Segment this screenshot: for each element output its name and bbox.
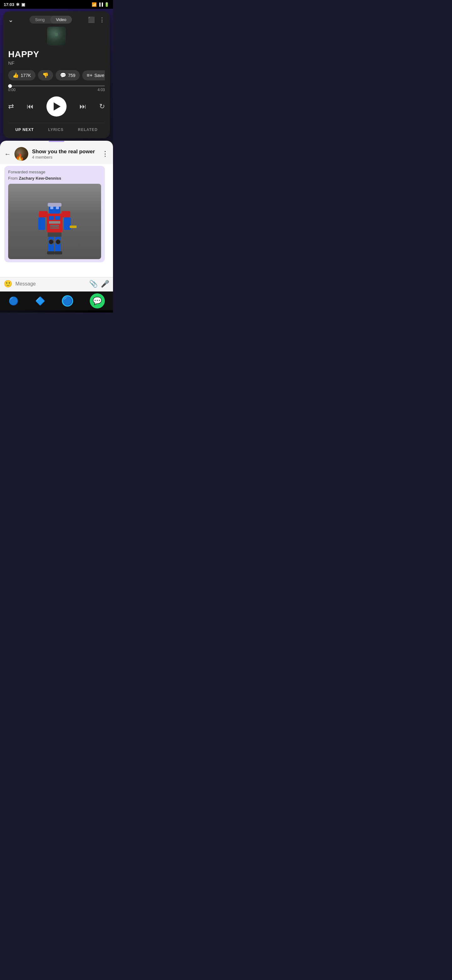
comments-button[interactable]: 💬 759 xyxy=(56,70,80,80)
screenshot-icon: ▣ xyxy=(21,2,25,7)
comment-count: 759 xyxy=(68,73,75,78)
more-options-icon[interactable]: ⋮ xyxy=(99,16,105,23)
song-artist: NF xyxy=(8,60,105,66)
svg-rect-8 xyxy=(39,211,48,217)
from-label: From xyxy=(8,176,17,181)
svg-rect-10 xyxy=(38,217,45,230)
member-count: 4 members xyxy=(32,155,98,159)
forward-header: Forwarded message From Zachary Kew-Denni… xyxy=(8,169,101,181)
action-row: 👍 177K 👎 💬 759 ≡+ Save xyxy=(8,70,105,80)
svg-rect-2 xyxy=(55,216,60,220)
collapse-icon[interactable]: ⌄ xyxy=(8,16,14,24)
transformer-svg xyxy=(33,188,76,255)
tab-up-next[interactable]: UP NEXT xyxy=(15,127,34,132)
google-icon[interactable]: 🔵 xyxy=(8,296,19,306)
svg-rect-1 xyxy=(49,216,54,220)
repeat-button[interactable]: ↻ xyxy=(99,102,105,111)
album-art xyxy=(47,27,66,46)
whatsapp-fab[interactable]: 💬 xyxy=(90,293,105,309)
notification-dot-icon: ✻ xyxy=(16,2,19,7)
svg-rect-12 xyxy=(70,226,76,228)
video-mode-button[interactable]: Video xyxy=(50,16,72,24)
cast-icon[interactable]: ⬛ xyxy=(88,16,95,23)
like-button[interactable]: 👍 177K xyxy=(8,70,35,80)
back-button[interactable]: ← xyxy=(5,150,11,158)
svg-rect-7 xyxy=(48,203,62,207)
comment-icon: 💬 xyxy=(60,72,66,78)
next-button[interactable]: ⏭ xyxy=(79,102,86,111)
svg-rect-18 xyxy=(47,251,55,255)
svg-rect-19 xyxy=(55,251,62,255)
group-name: Show you the real power xyxy=(32,149,98,155)
status-bar: 17:03 ✻ ▣ 📶 ▐▐ 🔋 xyxy=(0,0,113,9)
chat-card: ← Show you the real power 4 members ⋮ Fo… xyxy=(0,141,113,291)
save-label: Save xyxy=(95,73,105,78)
signal-icon: ▐▐ xyxy=(98,3,103,6)
svg-rect-11 xyxy=(64,217,71,230)
forwarded-label: Forwarded message xyxy=(8,170,46,174)
svg-rect-6 xyxy=(56,207,59,209)
save-icon: ≡+ xyxy=(87,73,93,78)
chat-header: ← Show you the real power 4 members ⋮ xyxy=(0,145,113,164)
group-avatar xyxy=(14,147,28,161)
song-mode-button[interactable]: Song xyxy=(30,16,50,24)
svg-rect-3 xyxy=(49,221,60,224)
like-count: 177K xyxy=(21,73,31,78)
browser-icon[interactable]: 🔷 xyxy=(35,296,45,306)
chat-info: Show you the real power 4 members xyxy=(32,149,98,159)
tab-related[interactable]: RELATED xyxy=(78,127,98,132)
song-title: HAPPY xyxy=(8,49,105,59)
total-time: 4:03 xyxy=(98,88,105,92)
drag-handle[interactable] xyxy=(49,141,64,142)
play-button[interactable] xyxy=(46,96,67,116)
dislike-button[interactable]: 👎 xyxy=(38,70,53,80)
message-input[interactable] xyxy=(15,281,86,287)
svg-rect-13 xyxy=(48,232,62,237)
svg-point-16 xyxy=(49,239,54,244)
progress-container[interactable]: 0:00 4:03 xyxy=(8,86,105,92)
play-icon xyxy=(54,102,60,111)
chat-input-bar: 🙂 📎 🎤 xyxy=(0,277,113,291)
shuffle-button[interactable]: ⇄ xyxy=(8,102,14,111)
progress-knob[interactable] xyxy=(8,84,12,88)
music-player-card: ⌄ Song Video ⬛ ⋮ HAPPY NF 👍 177K 👎 💬 759… xyxy=(3,11,110,138)
current-time: 0:00 xyxy=(8,88,15,92)
wifi-icon: 📶 xyxy=(92,2,97,7)
sender-name: Zachary Kew-Denniss xyxy=(19,176,61,181)
forwarded-message: Forwarded message From Zachary Kew-Denni… xyxy=(5,166,105,262)
playback-controls: ⇄ ⏮ ⏭ ↻ xyxy=(8,96,105,116)
svg-rect-21 xyxy=(50,228,59,229)
svg-rect-9 xyxy=(62,211,70,217)
emoji-button[interactable]: 🙂 xyxy=(4,280,12,288)
prev-button[interactable]: ⏮ xyxy=(27,102,33,111)
svg-rect-5 xyxy=(50,207,53,209)
app-icon[interactable]: 🔵 xyxy=(62,295,73,307)
svg-rect-20 xyxy=(50,225,59,227)
player-tabs: UP NEXT LYRICS RELATED xyxy=(8,123,105,132)
thumbs-up-icon: 👍 xyxy=(13,72,19,78)
tab-lyrics[interactable]: LYRICS xyxy=(48,127,64,132)
chat-messages: Forwarded message From Zachary Kew-Denni… xyxy=(0,164,113,277)
attach-button[interactable]: 📎 xyxy=(89,280,98,288)
mic-button[interactable]: 🎤 xyxy=(101,280,109,288)
forwarded-image[interactable] xyxy=(8,184,101,259)
bottom-nav: 🔵 🔷 🔵 💬 xyxy=(0,291,113,310)
mode-toggle: Song Video xyxy=(30,16,72,24)
battery-icon: 🔋 xyxy=(104,2,109,7)
svg-point-17 xyxy=(56,239,60,244)
thumbs-down-icon: 👎 xyxy=(42,72,49,78)
progress-bar[interactable] xyxy=(8,86,105,86)
status-time: 17:03 xyxy=(4,2,14,7)
chat-more-options[interactable]: ⋮ xyxy=(102,150,109,158)
save-button[interactable]: ≡+ Save xyxy=(82,70,105,80)
whatsapp-icon: 💬 xyxy=(93,296,102,305)
